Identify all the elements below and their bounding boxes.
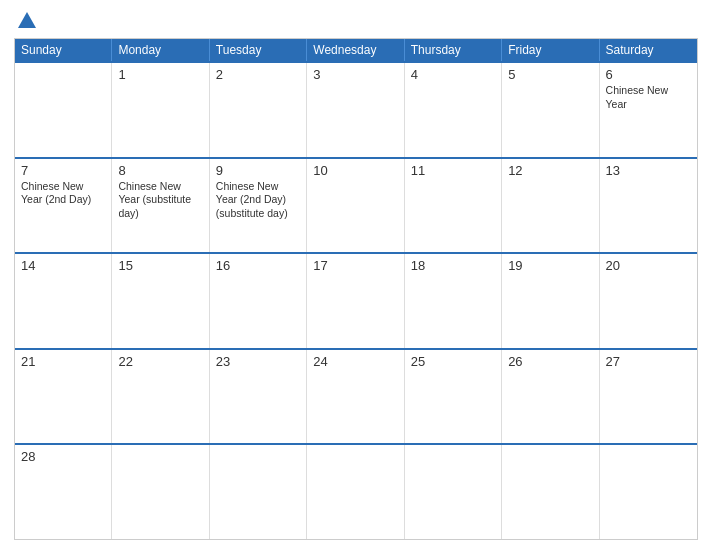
day-cell — [405, 445, 502, 539]
day-number: 23 — [216, 354, 300, 369]
day-event: Chinese New Year (substitute day) — [118, 180, 202, 221]
week-row-3: 14151617181920 — [15, 252, 697, 348]
day-number: 7 — [21, 163, 105, 178]
day-number: 3 — [313, 67, 397, 82]
col-header-saturday: Saturday — [600, 39, 697, 61]
day-number: 15 — [118, 258, 202, 273]
column-headers: SundayMondayTuesdayWednesdayThursdayFrid… — [15, 39, 697, 61]
day-cell: 23 — [210, 350, 307, 444]
week-row-1: 123456Chinese New Year — [15, 61, 697, 157]
day-number: 8 — [118, 163, 202, 178]
day-number: 12 — [508, 163, 592, 178]
day-cell: 10 — [307, 159, 404, 253]
day-number: 14 — [21, 258, 105, 273]
day-cell: 1 — [112, 63, 209, 157]
calendar-page: SundayMondayTuesdayWednesdayThursdayFrid… — [0, 0, 712, 550]
day-number: 13 — [606, 163, 691, 178]
day-cell: 20 — [600, 254, 697, 348]
svg-marker-0 — [18, 12, 36, 28]
day-cell — [307, 445, 404, 539]
day-cell: 24 — [307, 350, 404, 444]
col-header-thursday: Thursday — [405, 39, 502, 61]
day-cell: 17 — [307, 254, 404, 348]
day-cell — [210, 445, 307, 539]
calendar-grid: SundayMondayTuesdayWednesdayThursdayFrid… — [14, 38, 698, 540]
col-header-wednesday: Wednesday — [307, 39, 404, 61]
day-cell: 27 — [600, 350, 697, 444]
day-cell: 4 — [405, 63, 502, 157]
day-number: 11 — [411, 163, 495, 178]
day-number: 2 — [216, 67, 300, 82]
day-cell — [15, 63, 112, 157]
logo — [14, 10, 38, 32]
day-number: 27 — [606, 354, 691, 369]
day-cell: 19 — [502, 254, 599, 348]
day-event: Chinese New Year (2nd Day) — [21, 180, 105, 207]
logo-icon — [16, 10, 38, 32]
col-header-monday: Monday — [112, 39, 209, 61]
day-event: Chinese New Year — [606, 84, 691, 111]
day-cell: 3 — [307, 63, 404, 157]
day-cell: 12 — [502, 159, 599, 253]
day-cell: 8Chinese New Year (substitute day) — [112, 159, 209, 253]
day-cell: 15 — [112, 254, 209, 348]
day-cell — [600, 445, 697, 539]
day-cell: 14 — [15, 254, 112, 348]
col-header-friday: Friday — [502, 39, 599, 61]
day-number: 5 — [508, 67, 592, 82]
day-number: 26 — [508, 354, 592, 369]
day-number: 24 — [313, 354, 397, 369]
day-cell: 28 — [15, 445, 112, 539]
day-cell: 18 — [405, 254, 502, 348]
day-cell: 13 — [600, 159, 697, 253]
day-cell: 11 — [405, 159, 502, 253]
day-number: 19 — [508, 258, 592, 273]
day-number: 22 — [118, 354, 202, 369]
day-number: 9 — [216, 163, 300, 178]
day-number: 25 — [411, 354, 495, 369]
day-cell: 5 — [502, 63, 599, 157]
week-row-4: 21222324252627 — [15, 348, 697, 444]
day-number: 20 — [606, 258, 691, 273]
day-number: 4 — [411, 67, 495, 82]
week-row-5: 28 — [15, 443, 697, 539]
col-header-tuesday: Tuesday — [210, 39, 307, 61]
day-cell: 6Chinese New Year — [600, 63, 697, 157]
week-row-2: 7Chinese New Year (2nd Day)8Chinese New … — [15, 157, 697, 253]
day-number: 17 — [313, 258, 397, 273]
weeks-container: 123456Chinese New Year7Chinese New Year … — [15, 61, 697, 539]
day-cell: 16 — [210, 254, 307, 348]
day-cell: 7Chinese New Year (2nd Day) — [15, 159, 112, 253]
day-cell: 9Chinese New Year (2nd Day) (substitute … — [210, 159, 307, 253]
day-number: 18 — [411, 258, 495, 273]
day-cell: 21 — [15, 350, 112, 444]
day-cell: 26 — [502, 350, 599, 444]
day-number: 1 — [118, 67, 202, 82]
day-number: 16 — [216, 258, 300, 273]
calendar-header — [14, 10, 698, 32]
day-cell: 2 — [210, 63, 307, 157]
day-cell: 22 — [112, 350, 209, 444]
day-cell — [502, 445, 599, 539]
day-number: 28 — [21, 449, 105, 464]
day-event: Chinese New Year (2nd Day) (substitute d… — [216, 180, 300, 221]
day-cell — [112, 445, 209, 539]
day-cell: 25 — [405, 350, 502, 444]
day-number: 6 — [606, 67, 691, 82]
day-number: 21 — [21, 354, 105, 369]
col-header-sunday: Sunday — [15, 39, 112, 61]
day-number: 10 — [313, 163, 397, 178]
